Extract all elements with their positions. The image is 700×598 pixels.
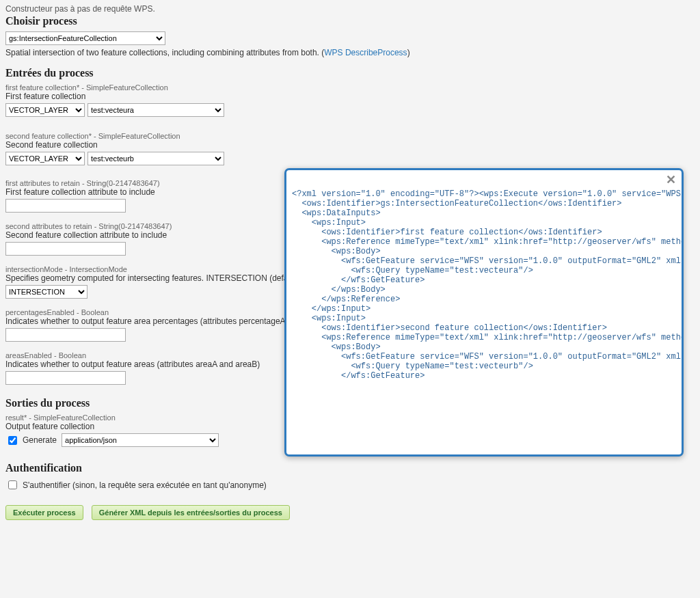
inputs-heading: Entrées du process (5, 67, 700, 79)
desc-first-fc: First feature collection (5, 92, 700, 101)
xml-output-modal: ✕ <?xml version="1.0" encoding="UTF-8"?>… (284, 168, 684, 457)
describe-process-link[interactable]: WPS DescribeProcess (324, 48, 407, 57)
intersection-mode-select[interactable]: INTERSECTION (5, 285, 88, 299)
process-select[interactable]: gs:IntersectionFeatureCollection (5, 31, 165, 45)
areas-input[interactable] (5, 371, 126, 385)
auth-heading: Authentification (5, 462, 700, 474)
process-description: Spatial intersection of two feature coll… (5, 48, 700, 57)
first-fc-type-select[interactable]: VECTOR_LAYER (5, 103, 85, 117)
param-first-fc: first feature collection* - SimpleFeatur… (5, 83, 700, 92)
percentages-input[interactable] (5, 328, 126, 342)
first-attr-input[interactable] (5, 199, 126, 213)
result-format-select[interactable]: application/json (62, 433, 219, 447)
generate-checkbox[interactable] (8, 436, 17, 445)
auth-checkbox[interactable] (8, 480, 17, 489)
close-icon[interactable]: ✕ (666, 174, 676, 186)
execute-process-button[interactable]: Exécuter process (5, 505, 83, 520)
second-attr-input[interactable] (5, 242, 126, 256)
first-fc-layer-select[interactable]: test:vecteura (88, 103, 224, 117)
param-second-fc: second feature collection* - SimpleFeatu… (5, 132, 700, 140)
builder-subtitle: Constructeur pas à pas de requête WPS. (5, 4, 700, 14)
choose-process-heading: Choisir process (5, 15, 700, 27)
auth-label: S'authentifier (sinon, la requête sera e… (23, 480, 267, 490)
desc-second-fc: Second feature collection (5, 140, 700, 150)
xml-output-body[interactable]: <?xml version="1.0" encoding="UTF-8"?><w… (286, 170, 682, 454)
generate-label: Generate (23, 435, 57, 445)
generate-xml-button[interactable]: Générer XML depuis les entrées/sorties d… (92, 505, 290, 520)
second-fc-type-select[interactable]: VECTOR_LAYER (5, 152, 85, 165)
second-fc-layer-select[interactable]: test:vecteurb (88, 152, 224, 165)
